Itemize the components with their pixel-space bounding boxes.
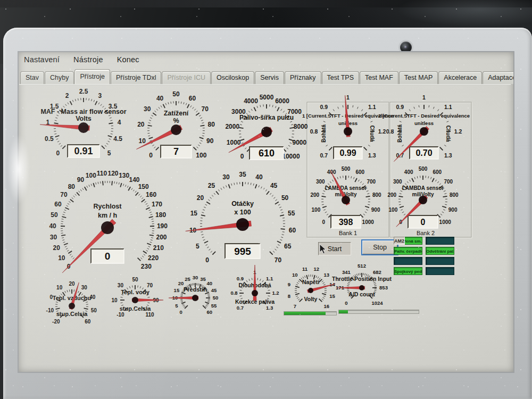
svg-text:35: 35: [239, 171, 246, 178]
gauge-needle: [186, 221, 252, 231]
svg-text:300: 300: [393, 179, 402, 185]
svg-text:10: 10: [292, 272, 298, 278]
needle-hub: [344, 127, 352, 136]
svg-text:70: 70: [202, 105, 209, 113]
svg-text:398: 398: [339, 218, 353, 227]
needle-hub: [342, 196, 350, 204]
gauge-caption: 2 [Current STFT - Desired equivalence: [378, 113, 470, 119]
tab-servis[interactable]: Servis: [255, 71, 284, 84]
svg-text:30: 30: [222, 173, 230, 181]
bank-panel-label: Bank 2: [417, 230, 435, 236]
needle-hub: [252, 290, 258, 296]
gauge-zatizeni: 0102030405060708090100Zatížení%7: [136, 90, 215, 159]
svg-text:9000: 9000: [292, 139, 306, 146]
needle-hub: [236, 218, 249, 231]
stop-button[interactable]: Stop: [362, 240, 397, 254]
svg-text:15: 15: [329, 293, 335, 299]
gauge-caption: stup.Celsia: [56, 311, 88, 317]
needle-hub: [132, 297, 138, 303]
svg-text:15: 15: [174, 287, 180, 293]
svg-text:70: 70: [60, 191, 68, 198]
svg-text:5: 5: [107, 149, 111, 157]
svg-text:20: 20: [137, 121, 145, 128]
svg-text:30: 30: [50, 234, 57, 241]
value-display: 0.91: [68, 145, 99, 157]
indicator-paliv-cerpadlo: Paliv. čerpadlo: [394, 247, 422, 255]
svg-text:682: 682: [373, 269, 381, 275]
tab-pristroje-icu[interactable]: Přístroje ICU: [162, 71, 211, 84]
tab-test-tps[interactable]: Test TPS: [322, 71, 359, 84]
svg-text:180: 180: [155, 211, 166, 219]
svg-text:50: 50: [51, 211, 58, 219]
svg-text:60: 60: [54, 201, 62, 208]
svg-text:65: 65: [284, 243, 292, 250]
svg-text:45: 45: [211, 287, 217, 293]
svg-text:0: 0: [67, 263, 71, 270]
tab-pristroje-tdxl[interactable]: Přístroje TDxl: [111, 71, 161, 84]
tab-osciloskop[interactable]: Osciloskop: [211, 71, 254, 84]
gauge-caption: Volty: [304, 296, 318, 302]
svg-text:1024: 1024: [371, 300, 383, 306]
am2-button[interactable]: AM2: [394, 237, 405, 245]
tab-stav[interactable]: Stav: [20, 71, 44, 84]
svg-text:1.3: 1.3: [444, 152, 452, 159]
gauge-caption: 1 [Current STFT - Desired equivalence: [302, 113, 394, 119]
svg-text:2000: 2000: [225, 123, 239, 130]
svg-text:55: 55: [288, 210, 295, 217]
svg-text:50: 50: [281, 194, 289, 202]
gauge-needle: [62, 219, 116, 273]
svg-text:1000: 1000: [439, 219, 452, 225]
gauge-caption: MAF - Mass air flow sensor: [40, 108, 126, 115]
tab-pristroje[interactable]: Přístroje: [74, 69, 110, 84]
svg-text:150: 150: [138, 183, 149, 190]
value-display: 610: [250, 147, 284, 160]
mouse-cursor: [319, 244, 328, 255]
laptop-screen: NastaveníNástrojeKonec StavChybyPřístroj…: [19, 52, 513, 372]
menu-nastaveni[interactable]: Nastavení: [24, 55, 60, 64]
tab-priznaky[interactable]: Příznaky: [285, 71, 321, 84]
tick-marks: -20-100102030405060: [46, 281, 97, 325]
svg-text:1: 1: [422, 94, 426, 101]
svg-text:0.7: 0.7: [320, 152, 328, 159]
tab-test-map[interactable]: Test MAP: [399, 71, 438, 84]
menu-konec[interactable]: Konec: [117, 55, 139, 64]
svg-text:0.91: 0.91: [74, 146, 93, 156]
svg-text:1.2: 1.2: [378, 128, 386, 135]
gauge-needle: [229, 127, 272, 153]
needle-hub: [101, 221, 114, 234]
svg-text:13: 13: [323, 272, 329, 278]
svg-text:1.2: 1.2: [272, 290, 279, 296]
svg-text:0.8: 0.8: [386, 128, 394, 135]
tick-marks: 0510152025303540455055606570: [189, 171, 296, 263]
gauge-caption: Napětí: [302, 279, 320, 285]
svg-text:30: 30: [144, 105, 151, 113]
gauge-caption: km / h: [98, 212, 117, 219]
svg-text:60: 60: [289, 227, 296, 234]
gauge-caption: LAMBDA sensor: [325, 185, 367, 191]
svg-text:1.3: 1.3: [266, 305, 273, 311]
svg-text:130: 130: [119, 172, 129, 179]
svg-text:140: 140: [129, 176, 139, 184]
tick-marks: 0.70.80.911.11.21.3: [230, 269, 279, 311]
tab-chyby[interactable]: Chyby: [45, 71, 74, 84]
menu-nastroje[interactable]: Nástroje: [73, 55, 103, 64]
gauge-side-label-rich: Bohatá: [397, 124, 403, 143]
tab-test-maf[interactable]: Test MAF: [360, 71, 398, 84]
tab-akcelerace[interactable]: Akcelerace: [438, 71, 482, 84]
svg-text:0.9: 0.9: [237, 276, 244, 281]
indicator-spojkovy-ped: Spojkový ped.: [394, 267, 422, 275]
svg-text:5: 5: [175, 303, 178, 309]
gauge-caption: Palivo-šířka pulzu: [239, 114, 294, 121]
svg-text:0: 0: [149, 152, 153, 159]
tab-adaptace-kam[interactable]: Adaptace/KAM: [483, 71, 513, 84]
svg-text:4: 4: [118, 119, 121, 126]
svg-text:1.1: 1.1: [368, 104, 376, 110]
svg-text:100: 100: [196, 152, 206, 159]
svg-text:10: 10: [172, 295, 178, 301]
gauge-caption: Korekce paliva: [235, 298, 275, 305]
svg-text:200: 200: [310, 192, 319, 198]
svg-text:100: 100: [389, 207, 398, 213]
svg-text:853: 853: [379, 285, 388, 290]
svg-text:800: 800: [450, 192, 459, 198]
svg-text:600: 600: [355, 169, 364, 175]
